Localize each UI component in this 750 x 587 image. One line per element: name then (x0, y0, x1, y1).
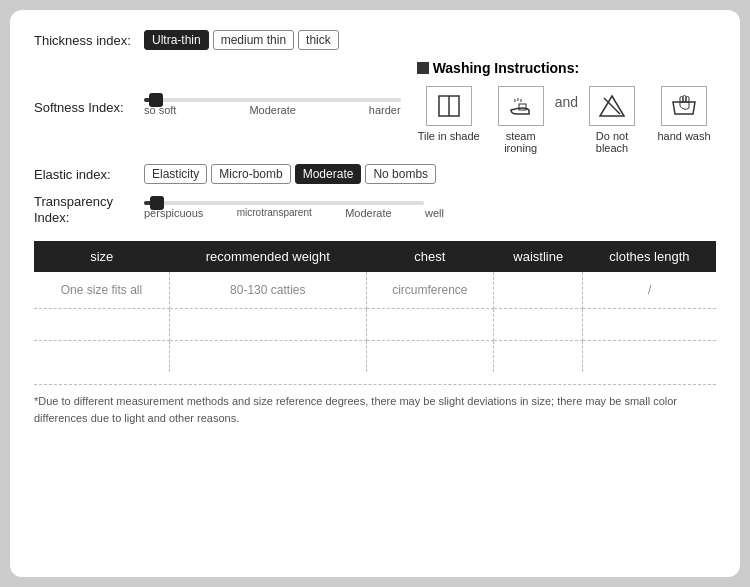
softness-row: Softness Index: so soft Moderate harder … (34, 60, 716, 154)
td-weight-2 (169, 340, 366, 372)
softness-slider-wrap: so soft Moderate harder (144, 98, 401, 116)
transparency-label: TransparencyIndex: (34, 194, 144, 225)
td-waist-2 (494, 340, 583, 372)
softness-label-1: Moderate (249, 104, 295, 116)
elastic-tag-0[interactable]: Elasticity (144, 164, 207, 184)
table-header-row: size recommended weight chest waistline … (34, 241, 716, 272)
transparency-slider-wrap: perspicuous microtransparent Moderate we… (144, 201, 444, 219)
td-waist-1 (494, 308, 583, 340)
transparency-thumb[interactable] (150, 196, 164, 210)
transparency-slider-bar[interactable] (144, 201, 424, 205)
transparency-labels: perspicuous microtransparent Moderate we… (144, 207, 444, 219)
elastic-tags: Elasticity Micro-bomb Moderate No bombs (144, 164, 436, 184)
hand-wash-label: hand wash (657, 130, 710, 142)
thickness-tag-0[interactable]: Ultra-thin (144, 30, 209, 50)
softness-label-2: harder (369, 104, 401, 116)
softness-label: Softness Index: (34, 100, 144, 115)
wash-icon-no-bleach: Do not bleach (580, 86, 644, 154)
td-size-0: One size fits all (34, 272, 169, 308)
softness-track (144, 98, 401, 102)
wash-icon-steam-iron: steam ironing (489, 86, 553, 154)
hand-wash-icon-box (661, 86, 707, 126)
wash-icon-tile-shade: Tile in shade (417, 86, 481, 142)
thickness-tag-1[interactable]: medium thin (213, 30, 294, 50)
thickness-tag-2[interactable]: thick (298, 30, 339, 50)
transparency-label-2: Moderate (345, 207, 391, 219)
thickness-label: Thickness index: (34, 33, 144, 48)
washing-title-square (417, 62, 429, 74)
table-row (34, 308, 716, 340)
wash-and-text: and (555, 86, 578, 110)
washing-section: Washing Instructions: Tile in shade (417, 60, 716, 154)
td-length-1 (583, 308, 716, 340)
td-chest-2 (366, 340, 494, 372)
td-length-2 (583, 340, 716, 372)
elastic-tag-3[interactable]: No bombs (365, 164, 436, 184)
steam-iron-svg (507, 92, 535, 120)
th-length: clothes length (583, 241, 716, 272)
hand-wash-svg (670, 92, 698, 120)
no-bleach-svg (598, 92, 626, 120)
transparency-label-1: microtransparent (237, 207, 312, 219)
th-waistline: waistline (494, 241, 583, 272)
thickness-tags: Ultra-thin medium thin thick (144, 30, 339, 50)
td-weight-0: 80-130 catties (169, 272, 366, 308)
wash-icon-hand-wash: hand wash (652, 86, 716, 142)
table-row (34, 340, 716, 372)
steam-iron-label: steam ironing (489, 130, 553, 154)
product-info-card: Thickness index: Ultra-thin medium thin … (10, 10, 740, 577)
washing-title-text: Washing Instructions: (433, 60, 579, 76)
th-weight: recommended weight (169, 241, 366, 272)
table-row: One size fits all 80-130 catties circumf… (34, 272, 716, 308)
size-table: size recommended weight chest waistline … (34, 241, 716, 372)
tile-shade-label: Tile in shade (418, 130, 480, 142)
tile-shade-icon-box (426, 86, 472, 126)
steam-iron-icon-box (498, 86, 544, 126)
td-weight-1 (169, 308, 366, 340)
td-chest-1 (366, 308, 494, 340)
td-size-1 (34, 308, 169, 340)
softness-thumb[interactable] (149, 93, 163, 107)
svg-rect-2 (519, 104, 526, 110)
elastic-row: Elastic index: Elasticity Micro-bomb Mod… (34, 164, 716, 184)
washing-icons: Tile in shade (417, 86, 716, 154)
td-waist-0 (494, 272, 583, 308)
th-chest: chest (366, 241, 494, 272)
softness-slider-bar[interactable] (144, 98, 401, 102)
no-bleach-icon-box (589, 86, 635, 126)
softness-labels: so soft Moderate harder (144, 104, 401, 116)
th-size: size (34, 241, 169, 272)
transparency-track (144, 201, 424, 205)
washing-title: Washing Instructions: (417, 60, 716, 76)
footer-note: *Due to different measurement methods an… (34, 384, 716, 426)
no-bleach-label: Do not bleach (580, 130, 644, 154)
transparency-row: TransparencyIndex: perspicuous microtran… (34, 194, 716, 225)
tile-shade-svg (435, 92, 463, 120)
td-chest-0: circumference (366, 272, 494, 308)
transparency-label-3: well (425, 207, 444, 219)
elastic-label: Elastic index: (34, 167, 144, 182)
td-length-0: / (583, 272, 716, 308)
elastic-tag-1[interactable]: Micro-bomb (211, 164, 290, 184)
td-size-2 (34, 340, 169, 372)
elastic-tag-2[interactable]: Moderate (295, 164, 362, 184)
thickness-row: Thickness index: Ultra-thin medium thin … (34, 30, 716, 50)
